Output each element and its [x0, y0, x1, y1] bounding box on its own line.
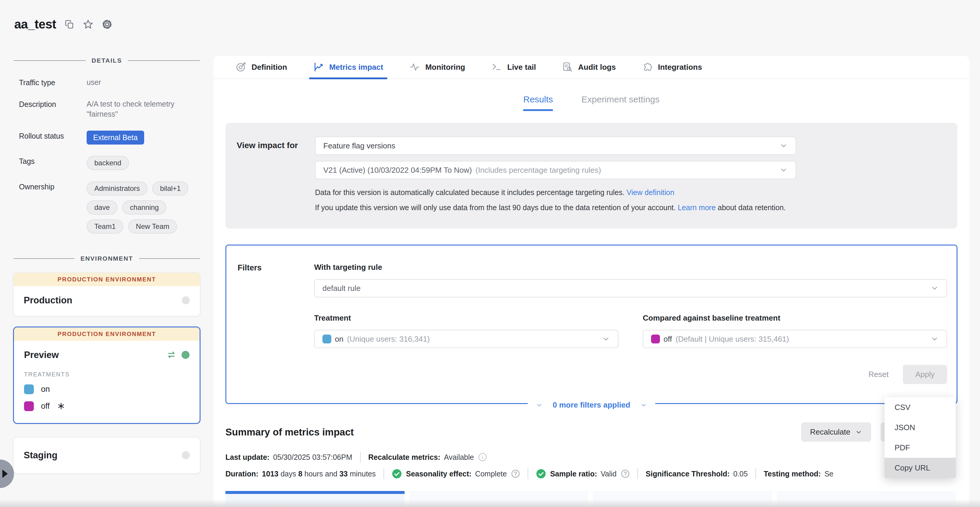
divider	[637, 469, 638, 479]
recalculate-button-label: Recalculate	[810, 427, 850, 437]
subtab-experiment-settings[interactable]: Experiment settings	[581, 94, 659, 111]
share-menu-item-json[interactable]: JSON	[885, 417, 956, 438]
environment-card-preview[interactable]: PRODUCTION ENVIRONMENT Preview TREATMENT…	[13, 327, 200, 424]
version-select-note: (Includes percentage targeting rules)	[476, 166, 601, 175]
details-section-header: DETAILS	[14, 57, 200, 64]
treatment-row-on: on	[24, 384, 189, 394]
retention-info-tail: about data retention.	[718, 203, 786, 212]
gear-icon[interactable]	[102, 19, 112, 30]
status-line-1: Last update: 05/30/2025 03:57:06PM Recal…	[226, 452, 958, 462]
targeting-rule-select[interactable]: default rule	[314, 279, 947, 297]
divider	[128, 60, 200, 61]
version-info-line-2: If you update this version we will only …	[315, 203, 796, 212]
treatment-on-label: on	[41, 385, 50, 394]
treatment-select[interactable]: on (Unique users: 316,341)	[314, 330, 619, 348]
version-select[interactable]: V21 (Active) (10/03/2022 04:59PM To Now)…	[315, 161, 796, 179]
terminal-icon	[491, 62, 502, 72]
check-circle-icon	[392, 469, 402, 479]
more-filters-toggle[interactable]: 0 more filters applied	[528, 400, 655, 410]
results-subtabs: Results Experiment settings	[213, 94, 969, 111]
filters-label: Filters	[238, 263, 314, 384]
share-menu-item-csv[interactable]: CSV	[885, 397, 956, 417]
environment-card-production[interactable]: PRODUCTION ENVIRONMENT Production	[13, 272, 200, 316]
owner-pill[interactable]: New Team	[128, 219, 177, 234]
treatment-label: Treatment	[314, 314, 619, 323]
star-icon[interactable]	[83, 19, 94, 30]
share-menu-item-copy-url[interactable]: Copy URL	[885, 458, 956, 478]
chevron-right-icon	[2, 470, 8, 478]
details-section-title: DETAILS	[92, 57, 122, 64]
duration-days: 1013	[262, 470, 278, 478]
subtab-results[interactable]: Results	[523, 94, 553, 111]
apply-button[interactable]: Apply	[903, 365, 947, 384]
tab-label: Monitoring	[425, 63, 465, 72]
tab-metrics-impact[interactable]: Metrics impact	[313, 56, 383, 79]
last-update-value: 05/30/2025 03:57:06PM	[273, 453, 352, 462]
environment-name: Staging	[24, 450, 57, 461]
tab-integrations[interactable]: Integrations	[642, 56, 702, 79]
ownership-list: Administrators bilal+1 dave channing Tea…	[87, 181, 205, 234]
divider	[360, 452, 361, 462]
status-dot-gray	[182, 296, 190, 304]
environment-name: Production	[24, 295, 72, 306]
help-icon[interactable]	[621, 469, 630, 478]
environment-section-header: ENVIRONMENT	[14, 255, 200, 262]
learn-more-link[interactable]: Learn more	[678, 203, 716, 212]
divider	[383, 469, 384, 479]
rollout-status-badge: External Beta	[87, 131, 144, 145]
recalculate-button[interactable]: Recalculate	[801, 422, 871, 442]
tab-monitoring[interactable]: Monitoring	[409, 56, 465, 79]
puzzle-icon	[642, 62, 652, 72]
owner-pill[interactable]: dave	[87, 200, 118, 215]
filters-card: Filters With targeting rule default rule…	[226, 245, 958, 404]
impact-type-select[interactable]: Feature flag versions	[315, 137, 796, 155]
summary-title: Summary of metrics impact	[226, 427, 354, 438]
help-icon[interactable]	[511, 469, 520, 478]
share-results-menu: CSV JSON PDF Copy URL	[885, 397, 956, 478]
chevron-down-icon	[780, 166, 788, 174]
reset-button[interactable]: Reset	[869, 370, 889, 379]
duration-minutes: 33	[339, 470, 348, 478]
recalculate-metrics-value: Available	[444, 453, 474, 462]
owner-pill[interactable]: bilal+1	[152, 181, 188, 196]
tag-pill[interactable]: backend	[87, 156, 129, 170]
owner-pill[interactable]: Team1	[87, 219, 123, 234]
tab-label: Metrics impact	[329, 63, 383, 72]
viewport-bottom-fade	[0, 499, 980, 507]
significance-threshold-label: Significance Threshold:	[646, 470, 730, 478]
tab-label: Live tail	[507, 63, 536, 72]
line-chart-icon	[313, 62, 324, 72]
owner-pill[interactable]: Administrators	[87, 181, 147, 196]
tab-live-tail[interactable]: Live tail	[491, 56, 536, 79]
production-environment-banner: PRODUCTION ENVIRONMENT	[14, 327, 200, 341]
owner-pill[interactable]: channing	[122, 200, 166, 215]
retention-info-text: If you update this version we will only …	[315, 203, 676, 212]
duration-value: 1013 days 8 hours and 33 minutes	[262, 470, 376, 478]
tab-audit-logs[interactable]: Audit logs	[562, 56, 616, 79]
tab-label: Audit logs	[578, 63, 616, 72]
impact-type-value: Feature flag versions	[323, 141, 395, 150]
tab-bar: Definition Metrics impact Monitoring Liv…	[213, 56, 969, 79]
summary-header: Summary of metrics impact Recalculate Sh…	[226, 422, 956, 442]
tab-label: Integrations	[658, 63, 702, 72]
view-impact-label: View impact for	[237, 137, 315, 212]
baseline-treatment-select[interactable]: off (Default | Unique users: 315,461)	[643, 330, 947, 348]
traffic-type-value: user	[87, 77, 205, 88]
share-menu-item-pdf[interactable]: PDF	[885, 438, 956, 458]
environment-name: Preview	[24, 350, 59, 360]
copy-icon[interactable]	[64, 19, 75, 29]
status-dot-gray	[182, 451, 190, 459]
treatment-off-swatch	[651, 335, 660, 343]
tab-definition[interactable]: Definition	[235, 56, 287, 79]
info-icon[interactable]	[478, 453, 487, 462]
testing-method-label: Testing method:	[764, 470, 821, 478]
divider	[528, 469, 528, 479]
version-info-line-1: Data for this version is automatically c…	[315, 188, 796, 197]
view-definition-link[interactable]: View definition	[627, 188, 675, 196]
activity-pulse-icon	[409, 62, 420, 72]
treatment-off-swatch	[24, 401, 34, 411]
traffic-type-label: Traffic type	[19, 77, 87, 87]
seasonality-label: Seasonality effect:	[406, 470, 472, 478]
sidebar-collapse-handle[interactable]	[0, 459, 14, 488]
environment-card-staging[interactable]: Staging	[13, 437, 200, 474]
